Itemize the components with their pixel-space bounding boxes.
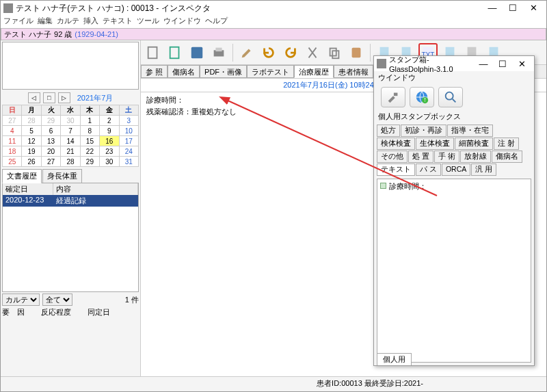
center-tab-3[interactable]: ラボテスト <box>247 65 294 78</box>
menu-ヘルプ[interactable]: ヘルプ <box>205 16 228 25</box>
paste-button[interactable] <box>347 43 366 62</box>
cal-day[interactable]: 24 <box>119 146 138 157</box>
copy-button[interactable] <box>325 43 344 62</box>
menu-挿入[interactable]: 挿入 <box>83 16 98 25</box>
cal-day[interactable]: 11 <box>3 136 22 146</box>
menu-テキスト[interactable]: テキスト <box>103 16 133 25</box>
menu-カルテ[interactable]: カルテ <box>57 16 79 25</box>
menu-ファイル[interactable]: ファイル <box>3 16 34 25</box>
cal-day[interactable]: 19 <box>22 146 41 157</box>
history-row[interactable]: 2020-12-23経過記録 <box>3 195 138 207</box>
center-tab-5[interactable]: 患者情報 <box>334 65 373 78</box>
stamp-tab-4[interactable]: 生体検査 <box>416 138 454 150</box>
left-tab-1[interactable]: 身長体重 <box>42 169 82 183</box>
cal-day[interactable]: 6 <box>41 126 60 136</box>
stamp-tab-8[interactable]: 処 置 <box>408 151 433 163</box>
redo-button[interactable] <box>281 43 300 62</box>
left-tab-0[interactable]: 文書履歴 <box>2 169 42 183</box>
cal-day[interactable]: 12 <box>22 136 41 146</box>
stamp-tab-11[interactable]: 傷病名 <box>492 151 522 163</box>
cal-prev-button[interactable]: □ <box>43 92 55 103</box>
cal-day[interactable]: 4 <box>3 126 22 136</box>
tab-personal[interactable]: 個人用 <box>377 353 412 365</box>
stamp-tab-12[interactable]: テキスト <box>377 164 415 176</box>
cal-day[interactable]: 7 <box>61 126 80 136</box>
cal-day[interactable]: 2 <box>100 116 119 126</box>
stamp-item[interactable]: 診療時間： <box>379 181 529 192</box>
cal-day[interactable]: 28 <box>61 157 80 167</box>
menu-ウインドウ[interactable]: ウインドウ <box>163 16 201 25</box>
cal-day[interactable]: 25 <box>3 157 22 167</box>
cal-day[interactable]: 26 <box>22 157 41 167</box>
stamp-tab-10[interactable]: 放射線 <box>460 151 491 163</box>
stamp-tab-1[interactable]: 初診・再診 <box>401 125 446 137</box>
cal-day[interactable]: 10 <box>119 126 138 136</box>
cal-day[interactable]: 1 <box>80 116 99 126</box>
center-tab-1[interactable]: 傷病名 <box>168 65 200 78</box>
popup-close-button[interactable]: ✕ <box>512 59 531 69</box>
cal-day[interactable]: 27 <box>41 157 60 167</box>
edit-button[interactable] <box>237 43 256 62</box>
cal-day[interactable]: 17 <box>119 136 138 146</box>
print-button[interactable] <box>209 43 228 62</box>
cal-day[interactable]: 30 <box>61 116 80 126</box>
cal-day[interactable]: 20 <box>41 146 60 157</box>
cal-day[interactable]: 22 <box>80 146 99 157</box>
stamp-tab-5[interactable]: 細菌検査 <box>455 138 493 150</box>
stamp-tab-7[interactable]: その他 <box>377 151 408 163</box>
close-button[interactable]: ✕ <box>523 2 544 14</box>
hist-date: 2020-12-23 <box>3 195 53 207</box>
cal-day[interactable]: 15 <box>80 136 99 146</box>
stamp-box-window[interactable]: スタンプ箱-GlassDolphin-3.1.0 — ☐ ✕ ウインドウ ↑ 個… <box>373 55 535 366</box>
minimize-button[interactable]: — <box>482 2 503 14</box>
stamp-tab-15[interactable]: 汎 用 <box>471 164 496 176</box>
stamp-tab-2[interactable]: 指導・在宅 <box>447 125 493 137</box>
stamp-tab-13[interactable]: パ ス <box>416 164 441 176</box>
cal-next-button[interactable]: ▷ <box>58 92 70 103</box>
cal-day[interactable]: 29 <box>41 116 60 126</box>
globe-button[interactable]: ↑ <box>410 87 434 107</box>
cal-day[interactable]: 14 <box>61 136 80 146</box>
hammer-button[interactable] <box>381 87 405 107</box>
search-button[interactable] <box>438 87 463 107</box>
cal-first-button[interactable]: ◁ <box>28 92 40 103</box>
cal-day[interactable]: 27 <box>3 116 22 126</box>
stamp-tab-3[interactable]: 検体検査 <box>377 138 415 150</box>
cal-day[interactable]: 16 <box>100 136 119 146</box>
cal-day[interactable]: 31 <box>119 157 138 167</box>
cal-day[interactable]: 21 <box>61 146 80 157</box>
popup-menu-window[interactable]: ウインドウ <box>374 71 534 84</box>
cal-day[interactable]: 8 <box>80 126 99 136</box>
new-doc-button[interactable] <box>165 43 185 62</box>
menu-編集[interactable]: 編集 <box>38 16 53 25</box>
filter-range-select[interactable]: 全て <box>42 293 72 306</box>
center-tab-2[interactable]: PDF・画像 <box>200 65 247 78</box>
cal-day[interactable]: 29 <box>80 157 99 167</box>
stamp-tab-9[interactable]: 手 術 <box>434 151 459 163</box>
save-button[interactable] <box>187 43 206 62</box>
cal-day[interactable]: 30 <box>100 157 119 167</box>
history-table[interactable]: 確定日 内容 2020-12-23経過記録 <box>2 183 139 292</box>
cal-day[interactable]: 3 <box>119 116 138 126</box>
stamp-tab-6[interactable]: 注 射 <box>494 138 519 150</box>
cal-day[interactable]: 9 <box>100 126 119 136</box>
stamp-tab-14[interactable]: ORCA <box>442 164 470 176</box>
cal-day[interactable]: 18 <box>3 146 22 157</box>
menu-ツール[interactable]: ツール <box>137 16 159 25</box>
memo-box[interactable] <box>2 42 139 90</box>
filter-type-select[interactable]: カルテ <box>2 293 40 306</box>
cal-day[interactable]: 28 <box>22 116 41 126</box>
cal-day[interactable]: 23 <box>100 146 119 157</box>
cal-day[interactable]: 13 <box>41 136 60 146</box>
stamp-tab-0[interactable]: 処方 <box>377 125 400 137</box>
undo-button[interactable] <box>259 43 278 62</box>
popup-minimize-button[interactable]: — <box>474 59 493 69</box>
maximize-button[interactable]: ☐ <box>503 2 523 14</box>
center-tab-0[interactable]: 参 照 <box>141 65 168 78</box>
center-tab-4[interactable]: 治療履歴 <box>294 65 334 78</box>
popup-maximize-button[interactable]: ☐ <box>493 59 512 69</box>
cal-day[interactable]: 5 <box>22 126 41 136</box>
ref-button[interactable] <box>144 43 163 62</box>
stamp-list[interactable]: 診療時間： <box>377 179 531 363</box>
cut-button[interactable] <box>303 43 322 62</box>
